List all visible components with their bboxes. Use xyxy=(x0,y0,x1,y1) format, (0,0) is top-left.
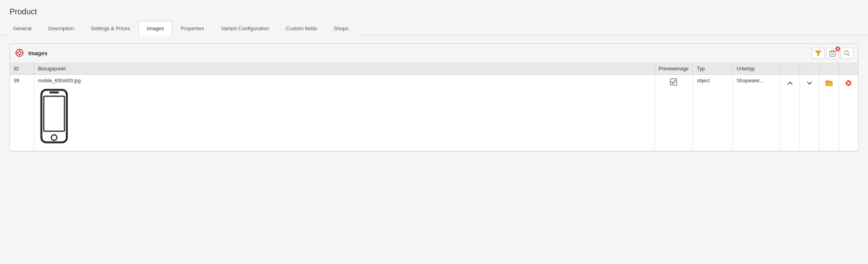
search-button[interactable] xyxy=(841,48,853,59)
svg-rect-18 xyxy=(44,96,64,131)
tab-images[interactable]: Images xyxy=(138,21,172,35)
cell-action-down[interactable] xyxy=(800,75,819,151)
table-row: 99 mobile_600x600.jpg xyxy=(10,75,858,151)
move-down-button[interactable] xyxy=(804,78,815,88)
col-header-action1 xyxy=(780,63,800,75)
cell-previewimage xyxy=(654,75,693,151)
col-header-action4 xyxy=(839,63,858,75)
tabs-bar: General Description Settings & Prices Im… xyxy=(0,21,868,35)
target-icon xyxy=(15,48,24,59)
svg-rect-19 xyxy=(49,91,59,93)
move-up-button[interactable] xyxy=(784,78,796,88)
col-header-action2 xyxy=(800,63,819,75)
cell-action-folder[interactable] xyxy=(819,75,839,151)
content-area: Images xyxy=(0,35,868,159)
cell-action-up[interactable] xyxy=(780,75,800,151)
col-header-id: ID xyxy=(10,63,34,75)
col-header-bezugspunkt: Bezugspunkt xyxy=(34,63,654,75)
tab-properties[interactable]: Properties xyxy=(172,21,212,35)
bezugspunkt-filename: mobile_600x600.jpg xyxy=(38,78,650,83)
cell-typ: object xyxy=(693,75,733,151)
col-header-typ: Typ xyxy=(693,63,733,75)
images-panel: Images xyxy=(10,43,858,151)
delete-button[interactable] xyxy=(826,48,839,59)
phone-image-icon xyxy=(38,88,70,144)
row-delete-button[interactable] xyxy=(843,78,854,88)
cell-action-delete[interactable] xyxy=(839,75,858,151)
checkbox-checked-icon xyxy=(669,80,677,87)
cell-bezugspunkt: mobile_600x600.jpg xyxy=(34,75,654,151)
tab-shops[interactable]: Shops xyxy=(325,21,357,35)
page-title: Product xyxy=(0,0,868,21)
svg-line-16 xyxy=(848,54,850,56)
folder-button[interactable] xyxy=(823,78,835,88)
svg-point-15 xyxy=(845,51,849,55)
col-header-untertyp: Untertyp xyxy=(733,63,780,75)
col-header-previewimage: Previewimage xyxy=(654,63,693,75)
col-header-action3 xyxy=(819,63,839,75)
svg-rect-9 xyxy=(831,50,834,51)
svg-point-20 xyxy=(51,135,57,140)
panel-header: Images xyxy=(10,44,858,63)
tab-description[interactable]: Description xyxy=(40,21,82,35)
svg-marker-6 xyxy=(815,50,822,56)
panel-title: Images xyxy=(28,50,47,56)
tab-custom-fields[interactable]: Custom fields xyxy=(277,21,325,35)
svg-point-1 xyxy=(18,51,21,54)
tab-settings-prices[interactable]: Settings & Prices xyxy=(82,21,138,35)
cell-id: 99 xyxy=(10,75,34,151)
cell-untertyp: Shopwarel... xyxy=(733,75,780,151)
filter-button[interactable] xyxy=(812,48,825,59)
table-wrapper: ID Bezugspunkt Previewimage Typ Untertyp… xyxy=(10,63,858,151)
tab-variant-configuration[interactable]: Variant Configuration xyxy=(212,21,277,35)
tab-general[interactable]: General xyxy=(5,21,40,35)
